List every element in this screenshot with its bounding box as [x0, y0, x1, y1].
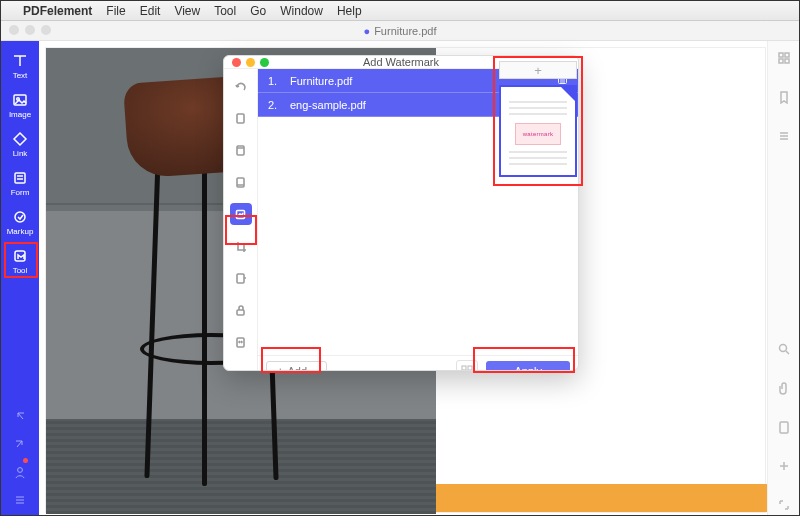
- svg-rect-9: [785, 59, 789, 63]
- sidebar-item-label: Markup: [7, 227, 34, 236]
- svg-rect-6: [779, 53, 783, 57]
- attachment-icon: [777, 381, 791, 395]
- sidebar-item-label: Image: [9, 110, 31, 119]
- tutorial-highlight-preview: [493, 56, 583, 186]
- svg-rect-12: [237, 114, 244, 123]
- window-min-icon[interactable]: [25, 25, 35, 35]
- sidebar-item-form[interactable]: Form: [4, 164, 36, 203]
- lock-icon: [234, 304, 247, 317]
- tool-page-footer[interactable]: [230, 171, 252, 193]
- dialog-title: Add Watermark: [363, 56, 439, 68]
- right-bookmark[interactable]: [777, 90, 791, 107]
- menu-tool[interactable]: Tool: [214, 4, 236, 18]
- window-controls[interactable]: [9, 25, 51, 35]
- form-icon: [12, 170, 28, 186]
- svg-rect-17: [237, 310, 244, 315]
- menu-view[interactable]: View: [174, 4, 200, 18]
- right-thumbnails[interactable]: [777, 51, 791, 68]
- svg-rect-22: [468, 366, 472, 370]
- tool-rotate[interactable]: [230, 75, 252, 97]
- sidebar-item-label: Text: [13, 71, 28, 80]
- tutorial-highlight-add: [261, 347, 321, 373]
- sidebar-item-link[interactable]: Link: [4, 125, 36, 164]
- list-icon: [777, 129, 791, 143]
- menu-go[interactable]: Go: [250, 4, 266, 18]
- menu-edit[interactable]: Edit: [140, 4, 161, 18]
- dialog-max-icon[interactable]: [260, 58, 269, 67]
- tool-delete[interactable]: [230, 363, 252, 371]
- app-name[interactable]: PDFelement: [23, 4, 92, 18]
- bookmark-icon: [777, 90, 791, 104]
- sidebar-undo[interactable]: [13, 403, 27, 431]
- sidebar-redo[interactable]: [13, 431, 27, 459]
- page-header-icon: [234, 144, 247, 157]
- page-footer-icon: [234, 176, 247, 189]
- svg-point-3: [15, 212, 25, 222]
- svg-rect-16: [237, 274, 244, 283]
- extract-icon: [234, 272, 247, 285]
- grid-icon: [461, 365, 473, 372]
- document-title: Furniture.pdf: [374, 25, 436, 37]
- window-max-icon[interactable]: [41, 25, 51, 35]
- link-icon: [12, 131, 28, 147]
- tutorial-highlight-watermark-tool: [225, 215, 257, 245]
- file-index: 1.: [268, 75, 282, 87]
- tutorial-highlight-tool: [4, 242, 38, 278]
- doc-dot-icon: ●: [363, 25, 370, 37]
- left-sidebar: Text Image Link Form Markup Tool: [1, 41, 39, 515]
- svg-rect-7: [785, 53, 789, 57]
- user-icon: [13, 465, 27, 479]
- right-add[interactable]: [777, 459, 791, 476]
- tool-compress[interactable]: [230, 331, 252, 353]
- sidebar-settings[interactable]: [13, 487, 27, 515]
- tool-protect[interactable]: [230, 299, 252, 321]
- markup-icon: [12, 209, 28, 225]
- menu-file[interactable]: File: [106, 4, 125, 18]
- svg-rect-11: [780, 422, 788, 433]
- rotate-icon: [234, 80, 247, 93]
- right-search[interactable]: [777, 342, 791, 359]
- mac-menubar[interactable]: PDFelement File Edit View Tool Go Window…: [1, 1, 799, 21]
- sidebar-item-label: Form: [11, 188, 30, 197]
- sidebar-item-image[interactable]: Image: [4, 86, 36, 125]
- trash-icon: [234, 368, 247, 372]
- sidebar-account[interactable]: [13, 459, 27, 487]
- dialog-close-icon[interactable]: [232, 58, 241, 67]
- tool-page-header[interactable]: [230, 139, 252, 161]
- right-outline[interactable]: [777, 129, 791, 146]
- window-close-icon[interactable]: [9, 25, 19, 35]
- right-page[interactable]: [777, 420, 791, 437]
- menu-dots-icon: [13, 493, 27, 507]
- right-expand[interactable]: [777, 498, 791, 515]
- file-index: 2.: [268, 99, 282, 111]
- window-titlebar: ● Furniture.pdf: [1, 21, 799, 41]
- dialog-min-icon[interactable]: [246, 58, 255, 67]
- svg-rect-2: [15, 173, 25, 183]
- plus-icon: [777, 459, 791, 473]
- text-icon: [12, 53, 28, 69]
- page-icon: [777, 420, 791, 434]
- compress-icon: [234, 336, 247, 349]
- svg-rect-8: [779, 59, 783, 63]
- right-attach[interactable]: [777, 381, 791, 398]
- sidebar-item-markup[interactable]: Markup: [4, 203, 36, 242]
- image-icon: [12, 92, 28, 108]
- page-plus-icon: [234, 112, 247, 125]
- svg-point-5: [18, 468, 23, 473]
- search-icon: [777, 342, 791, 356]
- tutorial-highlight-apply: [473, 347, 575, 373]
- svg-rect-21: [462, 366, 466, 370]
- right-sidebar: [767, 41, 799, 515]
- menu-window[interactable]: Window: [280, 4, 323, 18]
- redo-icon: [13, 437, 27, 451]
- svg-point-10: [779, 345, 786, 352]
- tool-page-insert[interactable]: [230, 107, 252, 129]
- sidebar-item-text[interactable]: Text: [4, 47, 36, 86]
- expand-icon: [777, 498, 791, 512]
- menu-help[interactable]: Help: [337, 4, 362, 18]
- sidebar-item-label: Link: [13, 149, 28, 158]
- undo-icon: [13, 409, 27, 423]
- thumbnails-icon: [777, 51, 791, 65]
- page-footer-strip: [436, 484, 767, 512]
- tool-extract[interactable]: [230, 267, 252, 289]
